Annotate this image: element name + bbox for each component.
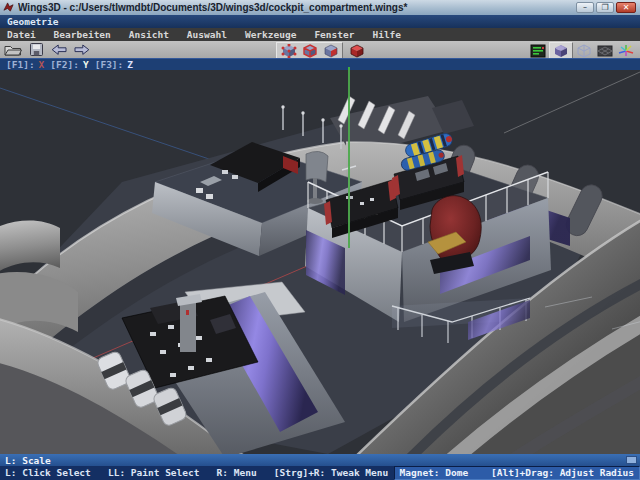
status-bar: L: Click Select LL: Paint Select R: Menu… (0, 466, 640, 480)
select-body-button[interactable] (346, 43, 367, 58)
mouse-hints: L: Click Select LL: Paint Select R: Menu… (5, 466, 388, 480)
close-button[interactable]: ✕ (616, 2, 636, 13)
smooth-shaded-button[interactable] (551, 43, 571, 58)
smooth-shaded-cube-icon (553, 44, 569, 58)
ground-plane-button[interactable] (595, 43, 615, 58)
toggle-view-info-button[interactable] (528, 43, 548, 58)
os-titlebar: Wings3D - c:/Users/tlwmdbt/Documents/3D/… (0, 0, 640, 15)
vertex-mode-cube-icon (281, 44, 297, 58)
menu-hilfe[interactable]: Hilfe (363, 28, 410, 41)
geometry-window-titlebar[interactable]: Geometrie (0, 15, 640, 28)
viewport-3d-scene[interactable] (0, 70, 640, 454)
undo-arrow-icon (49, 42, 69, 57)
face-mode-cube-icon (323, 44, 339, 58)
redo-button[interactable] (71, 42, 93, 57)
select-edge-button[interactable] (299, 43, 320, 58)
save-file-button[interactable] (25, 42, 47, 57)
wings3d-logo-icon (3, 2, 14, 13)
view-info-icon (530, 44, 546, 58)
open-file-button[interactable] (2, 42, 24, 57)
open-folder-icon (4, 43, 22, 57)
toolbar (0, 41, 640, 59)
magnet-info: Magnet: Dome [Alt]+Drag: Adjust Radius (394, 466, 640, 480)
message-text: L: Scale (5, 455, 51, 466)
menu-auswahl[interactable]: Auswahl (178, 28, 236, 41)
window-title: Wings3D - c:/Users/tlwmdbt/Documents/3D/… (18, 2, 576, 13)
wireframe-cube-icon (576, 44, 592, 58)
geometry-window-title: Geometrie (7, 16, 58, 27)
axes-icon (618, 44, 634, 58)
menubar: Datei Bearbeiten Ansicht Auswahl Werkzeu… (0, 28, 640, 42)
viewport[interactable] (0, 70, 640, 454)
ground-grid-icon (597, 44, 613, 58)
message-bar: L: Scale (0, 454, 640, 466)
select-face-button[interactable] (320, 43, 341, 58)
menu-datei[interactable]: Datei (0, 28, 45, 41)
edge-mode-cube-icon (302, 44, 318, 58)
redo-arrow-icon (72, 42, 92, 57)
select-vertex-button[interactable] (278, 43, 299, 58)
save-disk-icon (29, 42, 44, 57)
menu-ansicht[interactable]: Ansicht (120, 28, 178, 41)
body-mode-cube-icon (349, 44, 365, 58)
show-axes-button[interactable] (616, 43, 636, 58)
minimize-button[interactable]: – (576, 2, 594, 13)
restore-button[interactable]: ❐ (596, 2, 614, 13)
menu-fenster[interactable]: Fenster (305, 28, 363, 41)
wireframe-button[interactable] (574, 43, 594, 58)
menu-bearbeiten[interactable]: Bearbeiten (45, 28, 120, 41)
wings3d-window: Wings3D - c:/Users/tlwmdbt/Documents/3D/… (0, 0, 640, 480)
undo-button[interactable] (48, 42, 70, 57)
resize-grip[interactable] (626, 456, 637, 464)
menu-werkzeuge[interactable]: Werkzeuge (236, 28, 305, 41)
